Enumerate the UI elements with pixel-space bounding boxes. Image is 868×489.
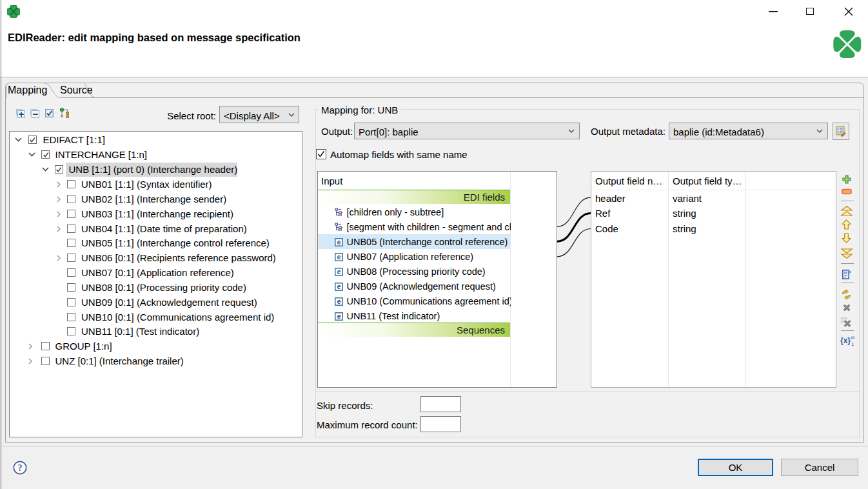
svg-text:1: 1 — [851, 341, 854, 346]
svg-text:e: e — [337, 283, 341, 290]
svg-text:e: e — [337, 238, 341, 246]
svg-text:{x}: {x} — [840, 336, 851, 345]
svg-text:∞: ∞ — [851, 335, 854, 341]
svg-text:e: e — [337, 312, 341, 320]
svg-text:e: e — [337, 268, 341, 275]
svg-text:e: e — [337, 297, 341, 305]
svg-text:e: e — [337, 253, 341, 261]
svg-text:?: ? — [18, 463, 23, 473]
